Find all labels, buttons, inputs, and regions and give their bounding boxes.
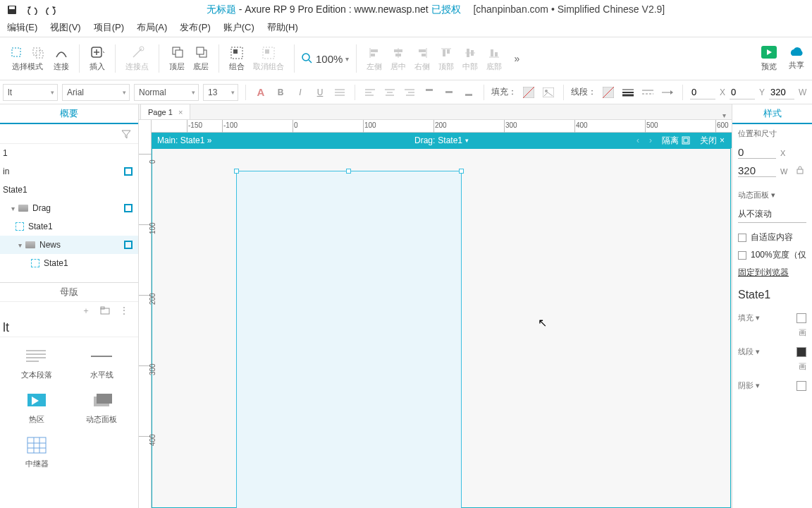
weight-dropdown[interactable]: Normal▾	[134, 84, 199, 101]
menubar: 编辑(E) 视图(V) 项目(P) 布局(A) 发布(P) 账户(C) 帮助(H…	[0, 20, 812, 37]
italic-icon[interactable]: I	[293, 85, 308, 100]
valign-t-icon[interactable]	[422, 85, 437, 100]
line-style-icon[interactable]	[640, 85, 656, 100]
outline-row[interactable]: State1	[0, 217, 138, 236]
redo-icon[interactable]	[45, 4, 58, 16]
svg-rect-37	[495, 52, 498, 56]
tabs-menu-icon[interactable]: ▾	[717, 111, 732, 119]
lib-item[interactable]: 水平线	[70, 343, 133, 383]
filter-icon	[121, 129, 131, 139]
lock-icon[interactable]	[796, 166, 804, 174]
y-input[interactable]	[730, 85, 755, 99]
style-x-input[interactable]	[738, 146, 776, 159]
canvas-stage[interactable]: ↖	[152, 148, 732, 508]
valign-b-icon[interactable]	[461, 85, 476, 100]
menu-arrange[interactable]: 布局(A)	[137, 21, 167, 34]
fill-image-icon[interactable]	[541, 85, 556, 100]
fit-checkbox[interactable]: 自适应内容	[732, 229, 812, 246]
line-row[interactable]: 线段 ▾	[732, 342, 812, 361]
dp-state-dropdown[interactable]: State1▾	[438, 135, 469, 145]
more-icon[interactable]: ⋮	[120, 306, 128, 315]
list-icon[interactable]	[332, 85, 347, 100]
scroll-select[interactable]: 从不滚动	[738, 206, 806, 223]
outline-tab[interactable]: 概要	[0, 104, 138, 124]
lib-item[interactable]: 文本段落	[6, 343, 68, 383]
valign-m-icon[interactable]	[441, 85, 457, 100]
outline-filter[interactable]	[0, 124, 138, 144]
fullwidth-checkbox[interactable]: 100%宽度（仅	[732, 246, 812, 264]
pin-link[interactable]: 固定到浏览器	[732, 264, 812, 282]
bold-icon[interactable]: B	[273, 85, 288, 100]
tool-select[interactable]: 选择模式	[7, 46, 48, 72]
lib-preset[interactable]: lt	[0, 319, 138, 337]
tool-front[interactable]: 顶层	[166, 46, 187, 72]
undo-icon[interactable]	[25, 4, 38, 16]
x-input[interactable]	[690, 85, 715, 99]
tool-connect[interactable]: 连接	[51, 46, 72, 72]
lib-item[interactable]: 动态面板	[70, 387, 133, 428]
share-button[interactable]: 共享	[788, 46, 805, 72]
fill-swatch[interactable]	[521, 85, 536, 100]
style-dropdown[interactable]: lt▾	[3, 84, 58, 101]
preview-button[interactable]: 预览	[761, 46, 777, 72]
dp-next-icon[interactable]: ›	[649, 135, 652, 145]
close-tab-icon[interactable]: ×	[178, 108, 183, 116]
tool-group-btn[interactable]: 组合	[226, 46, 247, 72]
save-icon[interactable]	[6, 4, 18, 16]
style-tab[interactable]: 样式	[732, 104, 812, 124]
svg-rect-13	[197, 47, 204, 54]
dp-breadcrumb[interactable]: Main: State1 »	[152, 135, 211, 145]
tool-back[interactable]: 底层	[190, 46, 211, 72]
align-r-icon[interactable]	[402, 85, 417, 100]
align-bottom: 底部	[484, 46, 505, 72]
selection-box[interactable]	[236, 171, 462, 508]
outline-row[interactable]: State1	[0, 254, 138, 272]
lib-item[interactable]: 热区	[6, 387, 68, 428]
svg-rect-83	[797, 169, 803, 174]
font-dropdown[interactable]: Arial▾	[62, 84, 130, 101]
tool-conn-point: 连接点	[123, 46, 152, 72]
dp-isolate[interactable]: 隔离	[662, 135, 690, 147]
outline-row[interactable]: State1	[0, 181, 138, 199]
intersect-icon	[31, 46, 45, 60]
align-center: 居中	[388, 46, 409, 72]
lib-item[interactable]: 中继器	[6, 432, 68, 472]
align-l-icon[interactable]	[362, 85, 378, 100]
dp-close[interactable]: 关闭×	[700, 135, 725, 147]
style-w-input[interactable]	[738, 164, 776, 177]
line-weight-icon[interactable]	[620, 85, 636, 100]
zoom-control[interactable]: 100% ▾	[302, 53, 349, 65]
svg-rect-21	[371, 49, 378, 52]
outline-row[interactable]: ▾Drag	[0, 199, 138, 217]
align-c-icon[interactable]	[382, 85, 398, 100]
line-swatch[interactable]	[601, 85, 616, 100]
menu-help[interactable]: 帮助(H)	[267, 21, 298, 34]
menu-project[interactable]: 项目(P)	[94, 21, 124, 34]
connpoint-icon	[130, 46, 144, 60]
play-icon	[761, 46, 777, 60]
toolbar-more[interactable]: »	[508, 53, 526, 64]
page-tab[interactable]: Page 1 ×	[140, 104, 190, 119]
add-icon[interactable]: ＋	[82, 305, 90, 317]
w-input[interactable]	[769, 85, 794, 99]
menu-view[interactable]: 视图(V)	[50, 21, 80, 34]
folder-icon[interactable]	[100, 306, 110, 315]
masters-header[interactable]: 母版	[0, 282, 138, 302]
menu-edit[interactable]: 编辑(E)	[7, 21, 37, 34]
close-icon: ×	[720, 135, 725, 145]
dp-prev-icon[interactable]: ‹	[636, 135, 639, 145]
tool-ungroup: 取消组合	[250, 46, 287, 72]
size-dropdown[interactable]: 13▾	[203, 84, 238, 101]
tool-insert[interactable]: 插入	[87, 46, 108, 72]
arrow-icon[interactable]	[660, 85, 675, 100]
font-color-icon[interactable]: A	[253, 85, 269, 100]
outline-row[interactable]: in	[0, 162, 138, 181]
shadow-row[interactable]: 阴影 ▾	[732, 376, 812, 395]
dp-section-header[interactable]: 动态面板 ▾	[732, 186, 812, 205]
outline-row[interactable]: 1	[0, 144, 138, 162]
menu-publish[interactable]: 发布(P)	[180, 21, 210, 34]
underline-icon[interactable]: U	[312, 85, 328, 100]
fill-row[interactable]: 填充 ▾	[732, 308, 812, 327]
outline-row[interactable]: ▾News	[0, 236, 138, 254]
menu-account[interactable]: 账户(C)	[223, 21, 254, 34]
